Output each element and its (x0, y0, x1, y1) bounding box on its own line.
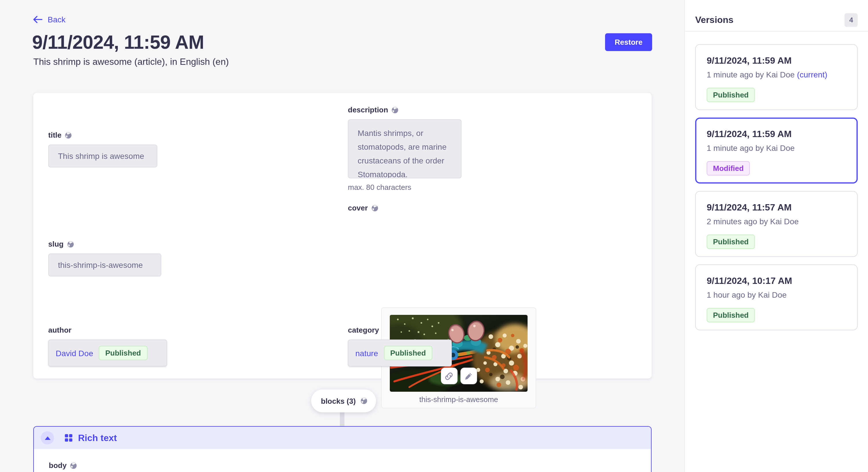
page-title: 9/11/2024, 11:59 AM (32, 32, 204, 53)
versions-panel: Versions 4 9/11/2024, 11:59 AM 1 minute … (684, 0, 868, 472)
version-card-selected[interactable]: 9/11/2024, 11:59 AM 1 minute ago by Kai … (695, 117, 858, 183)
back-link[interactable]: Back (33, 15, 65, 24)
version-meta: 1 minute ago by Kai Doe (707, 143, 846, 154)
description-hint: max. 80 characters (348, 183, 462, 192)
field-cover: cover (348, 204, 378, 212)
globe-icon (65, 132, 72, 138)
description-field-label: description (348, 105, 388, 114)
field-title: title This shrimp is awesome (48, 131, 157, 167)
version-card[interactable]: 9/11/2024, 10:17 AM 1 hour ago by Kai Do… (695, 264, 858, 330)
blocks-connector (340, 410, 344, 426)
rich-text-title: Rich text (78, 433, 117, 443)
version-meta: 1 minute ago by Kai Doe (current) (707, 69, 846, 80)
rich-text-body: body (34, 449, 651, 472)
field-category: category nature Published (348, 326, 452, 367)
description-textarea: Mantis shrimps, or stomatopods, are mari… (348, 119, 462, 178)
version-history-page: Back 9/11/2024, 11:59 AM This shrimp is … (0, 0, 868, 472)
pencil-icon (464, 371, 473, 380)
entry-fields-card: title This shrimp is awesome description… (33, 93, 652, 378)
version-time: 9/11/2024, 11:59 AM (707, 128, 846, 140)
field-slug: slug this-shrimp-is-awesome (48, 240, 161, 276)
chevron-up-icon (44, 436, 50, 440)
slug-field-label: slug (48, 240, 63, 248)
rich-text-block: Rich text body (33, 426, 652, 472)
blocks-pill: blocks (3) (311, 390, 376, 412)
cover-caption: this-shrimp-is-awesome (382, 395, 536, 404)
versions-list: 9/11/2024, 11:59 AM 1 minute ago by Kai … (685, 32, 868, 330)
versions-title: Versions (695, 15, 733, 25)
version-card[interactable]: 9/11/2024, 11:59 AM 1 minute ago by Kai … (695, 44, 858, 110)
blocks-pill-label: blocks (3) (321, 397, 355, 405)
version-time: 9/11/2024, 10:17 AM (707, 275, 846, 287)
collapse-toggle-button[interactable] (41, 431, 54, 444)
body-field-label: body (49, 461, 67, 470)
slug-input: this-shrimp-is-awesome (48, 254, 161, 276)
globe-icon (70, 462, 77, 469)
field-author: author David Doe Published (48, 326, 167, 367)
back-label: Back (48, 15, 65, 24)
cover-field-label: cover (348, 204, 368, 212)
version-status-badge: Published (707, 235, 755, 249)
version-card[interactable]: 9/11/2024, 11:57 AM 2 minutes ago by Kai… (695, 191, 858, 257)
version-meta: 2 minutes ago by Kai Doe (707, 216, 846, 227)
rich-text-accordion-header[interactable]: Rich text (34, 427, 651, 449)
category-status-badge: Published (384, 346, 432, 360)
globe-icon (371, 204, 378, 211)
arrow-left-icon (33, 15, 42, 24)
title-input: This shrimp is awesome (48, 144, 157, 167)
restore-button[interactable]: Restore (605, 33, 652, 51)
version-time: 9/11/2024, 11:57 AM (707, 201, 846, 213)
cover-actions (382, 368, 536, 384)
category-link[interactable]: nature (355, 348, 378, 358)
category-relation-chip: nature Published (348, 339, 452, 367)
version-meta: 1 hour ago by Kai Doe (707, 290, 846, 301)
versions-header: Versions 4 (685, 0, 868, 31)
author-status-badge: Published (99, 346, 147, 360)
author-link[interactable]: David Doe (56, 348, 93, 358)
title-field-label: title (48, 131, 61, 139)
version-time: 9/11/2024, 11:59 AM (707, 55, 846, 67)
component-grid-icon (65, 434, 72, 442)
current-version-link[interactable]: (current) (797, 70, 827, 79)
edit-cover-button[interactable] (460, 368, 477, 384)
author-relation-chip: David Doe Published (48, 339, 167, 367)
copy-link-button[interactable] (441, 368, 457, 384)
version-status-badge: Published (707, 308, 755, 322)
globe-icon (67, 241, 74, 247)
category-field-label: category (348, 326, 379, 334)
globe-icon (360, 398, 367, 404)
page-subtitle: This shrimp is awesome (article), in Eng… (33, 57, 229, 67)
version-status-badge: Modified (707, 161, 750, 175)
link-icon (444, 371, 454, 380)
version-status-badge: Published (707, 88, 755, 102)
versions-count-badge: 4 (845, 13, 858, 27)
globe-icon (392, 106, 398, 113)
author-field-label: author (48, 326, 71, 334)
field-description: description Mantis shrimps, or stomatopo… (348, 105, 462, 192)
